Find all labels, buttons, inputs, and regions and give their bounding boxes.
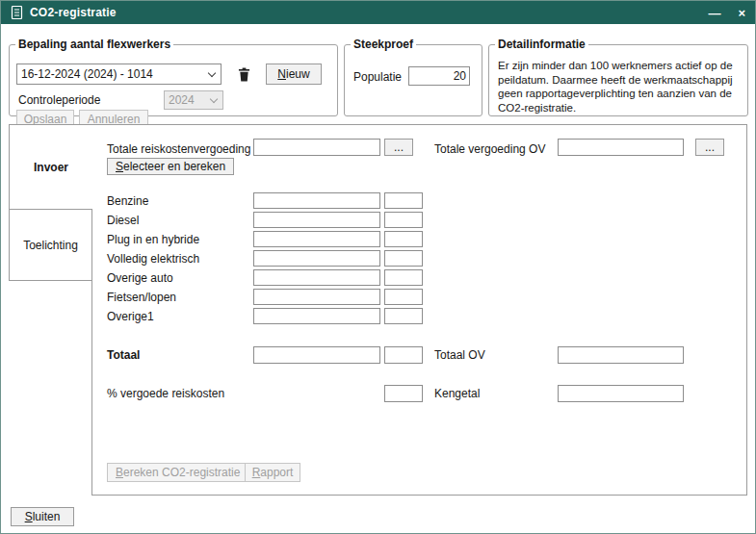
totaal-label: Totaal (107, 348, 140, 362)
bereken-co2-registratie-button[interactable]: Bereken CO2-registratie (107, 463, 248, 482)
minimize-button[interactable]: — (708, 7, 720, 19)
overige-auto-input[interactable] (253, 269, 380, 286)
detail-info-text: Er zijn minder dan 100 werknemers actief… (498, 59, 743, 114)
totale-ov-more-button[interactable]: ... (695, 139, 724, 156)
close-button[interactable]: × (738, 7, 745, 19)
diesel-input[interactable] (253, 212, 380, 228)
kengetal-label: Kengetal (434, 387, 480, 400)
group-steekproef: Steekproef Populatie (344, 38, 482, 116)
periode-select[interactable]: 16-12-2024 (2024) - 1014 (16, 64, 222, 85)
trash-icon (238, 67, 250, 82)
totaal-secondary-input[interactable] (384, 346, 423, 364)
window-title: CO2-registratie (30, 6, 117, 19)
totale-ov-input[interactable] (558, 139, 684, 156)
tab-invoer-label: Invoer (34, 161, 68, 174)
selecteer-en-bereken-button[interactable]: Selecteer en bereken (107, 158, 234, 175)
totaal-ov-label: Totaal OV (434, 348, 485, 362)
benzine-input[interactable] (253, 192, 380, 209)
benzine-label: Benzine (107, 194, 148, 208)
group-detailinformatie: Detailinformatie Er zijn minder dan 100 … (488, 38, 748, 116)
nieuw-button[interactable]: Nieuw (266, 64, 322, 85)
group-detail-legend: Detailinformatie (495, 38, 588, 51)
totale-reiskosten-label: Totale reiskostenvergoeding (107, 142, 250, 156)
periode-select-value: 16-12-2024 (2024) - 1014 (21, 67, 153, 81)
volledig-elektrisch-input[interactable] (253, 250, 380, 267)
controleperiode-select-value: 2024 (169, 93, 195, 107)
overige1-input[interactable] (253, 308, 380, 324)
controleperiode-label: Controleperiode (18, 93, 100, 107)
volledig-elektrisch-secondary-input[interactable] (384, 250, 423, 267)
rapport-button[interactable]: Rapport (245, 463, 300, 482)
totale-reiskosten-input[interactable] (253, 139, 380, 156)
group-bepaling-flexwerkers: Bepaling aantal flexwerkers 16-12-2024 (… (9, 38, 338, 116)
diesel-secondary-input[interactable] (384, 212, 423, 228)
kengetal-input[interactable] (558, 385, 684, 402)
totaal-ov-input[interactable] (558, 346, 684, 364)
volledig-elektrisch-label: Volledig elektrisch (107, 252, 199, 266)
co2-registratie-dialog: CO2-registratie — × Bepaling aantal flex… (0, 0, 756, 534)
ellipsis-icon: ... (705, 141, 715, 153)
window-controls: — × (708, 7, 745, 19)
populatie-label: Populatie (353, 70, 402, 84)
tab-toelichting[interactable]: Toelichting (9, 209, 91, 281)
pct-vergoede-reiskosten-label: % vergoede reiskosten (107, 387, 224, 400)
totaal-input[interactable] (253, 346, 380, 364)
plugin-hybride-label: Plug in en hybride (107, 233, 199, 246)
overige1-secondary-input[interactable] (384, 308, 423, 324)
plugin-hybride-input[interactable] (253, 231, 380, 247)
chevron-down-icon (210, 94, 218, 102)
titlebar: CO2-registratie — × (1, 1, 755, 24)
document-icon (11, 6, 23, 19)
totale-ov-label: Totale vergoeding OV (434, 142, 545, 156)
tab-toelichting-label: Toelichting (23, 239, 78, 252)
fietsen-lopen-secondary-input[interactable] (384, 289, 423, 305)
overige-auto-label: Overige auto (107, 271, 173, 285)
chevron-down-icon (208, 68, 216, 76)
diesel-label: Diesel (107, 214, 139, 227)
totale-reiskosten-more-button[interactable]: ... (384, 139, 413, 156)
populatie-input[interactable] (408, 66, 470, 86)
delete-periode-button[interactable] (229, 64, 258, 85)
plugin-hybride-secondary-input[interactable] (384, 231, 423, 247)
group-bepaling-legend: Bepaling aantal flexwerkers (15, 38, 173, 51)
overige1-label: Overige1 (107, 310, 154, 323)
tab-invoer[interactable]: Invoer (9, 124, 92, 210)
benzine-secondary-input[interactable] (384, 192, 423, 209)
fietsen-lopen-label: Fietsen/lopen (107, 291, 176, 304)
controleperiode-select[interactable]: 2024 (164, 90, 223, 110)
overige-auto-secondary-input[interactable] (384, 269, 423, 286)
group-steekproef-legend: Steekproef (351, 38, 416, 51)
sluiten-button[interactable]: Sluiten (11, 507, 74, 526)
fietsen-lopen-input[interactable] (253, 289, 380, 305)
pct-vergoede-reiskosten-input[interactable] (384, 385, 423, 402)
ellipsis-icon: ... (394, 141, 404, 153)
